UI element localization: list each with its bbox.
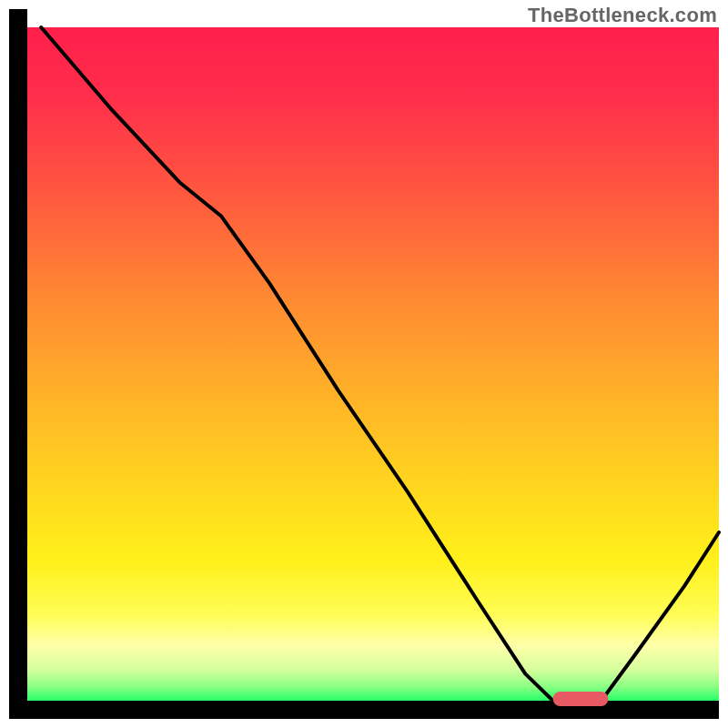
- chart-container: TheBottleneck.com: [0, 0, 728, 728]
- bottleneck-chart: [0, 0, 728, 728]
- optimal-zone-marker: [553, 692, 609, 706]
- axis-left: [9, 9, 27, 719]
- axis-bottom: [9, 701, 719, 719]
